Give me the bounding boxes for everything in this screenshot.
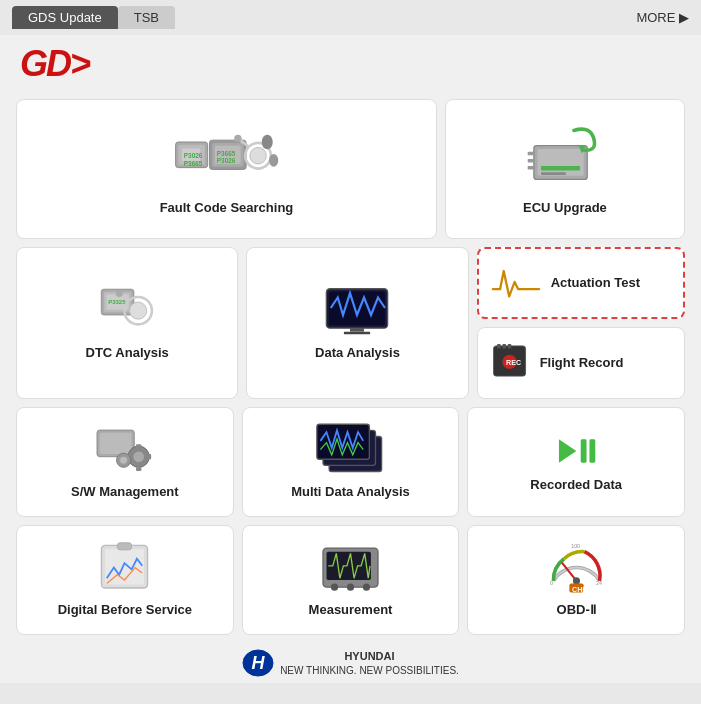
obd-card[interactable]: CHK 0 100 24 OBD-Ⅱ xyxy=(467,525,685,635)
digital-before-label: Digital Before Service xyxy=(58,602,192,619)
digital-before-card[interactable]: Digital Before Service xyxy=(16,525,234,635)
svg-point-52 xyxy=(120,457,127,464)
actuation-test-card[interactable]: Actuation Test xyxy=(477,247,685,319)
svg-rect-38 xyxy=(497,344,501,348)
recorded-data-icon-area xyxy=(474,431,678,471)
logo-area: GD> xyxy=(0,35,701,89)
data-analysis-icon xyxy=(322,284,392,339)
svg-point-67 xyxy=(363,584,370,591)
svg-point-13 xyxy=(235,134,242,141)
flight-record-icon-area: REC xyxy=(490,341,530,385)
multi-data-label: Multi Data Analysis xyxy=(291,484,410,501)
svg-rect-47 xyxy=(136,444,141,448)
svg-text:P3026: P3026 xyxy=(184,152,203,159)
svg-marker-57 xyxy=(559,439,576,462)
digital-before-icon xyxy=(92,541,157,596)
recorded-data-card[interactable]: Recorded Data xyxy=(467,407,685,517)
measurement-icon xyxy=(318,541,383,596)
right-col-1: Actuation Test REC Flight Record xyxy=(477,247,685,399)
svg-point-29 xyxy=(130,302,147,319)
top-nav: GDS Update TSB MORE ▶ xyxy=(0,0,701,35)
actuation-icon-area xyxy=(491,261,541,305)
svg-text:P3665: P3665 xyxy=(184,159,203,166)
data-analysis-label: Data Analysis xyxy=(315,345,400,362)
svg-rect-44 xyxy=(100,433,132,454)
svg-text:100: 100 xyxy=(571,543,580,549)
hyundai-tagline: HYUNDAI NEW THINKING. NEW POSSIBILITIES. xyxy=(280,649,459,676)
measurement-card[interactable]: Measurement xyxy=(242,525,460,635)
main-content: P3026 P3665 P3665 P3026 xyxy=(0,89,701,645)
gds-logo: GD> xyxy=(20,43,681,85)
svg-rect-20 xyxy=(528,151,534,155)
obd-icon-area: CHK 0 100 24 xyxy=(474,541,678,596)
svg-text:0: 0 xyxy=(550,580,553,586)
dtc-icon: P3325 xyxy=(97,284,157,339)
svg-rect-22 xyxy=(528,166,534,170)
svg-point-15 xyxy=(270,153,279,166)
svg-rect-35 xyxy=(344,332,370,335)
svg-rect-18 xyxy=(541,166,580,170)
sw-icon-area xyxy=(23,423,227,478)
row-3: S/W Management Multi Data Analysis xyxy=(16,407,685,517)
more-button[interactable]: MORE ▶ xyxy=(636,10,689,25)
svg-text:P3325: P3325 xyxy=(108,299,126,305)
svg-text:H: H xyxy=(252,653,266,673)
svg-rect-40 xyxy=(507,344,511,348)
sw-management-label: S/W Management xyxy=(71,484,179,501)
flight-record-card[interactable]: REC Flight Record xyxy=(477,327,685,399)
svg-point-14 xyxy=(262,134,273,149)
svg-rect-50 xyxy=(148,454,152,459)
svg-point-11 xyxy=(250,147,267,164)
multi-data-icon xyxy=(316,423,386,478)
svg-rect-62 xyxy=(118,543,132,550)
sw-icon xyxy=(92,423,157,478)
svg-rect-19 xyxy=(541,172,566,175)
row-4: Digital Before Service Measurement xyxy=(16,525,685,635)
obd-icon: CHK 0 100 24 xyxy=(544,541,609,596)
hyundai-h-logo: H xyxy=(242,649,274,677)
ecu-upgrade-card[interactable]: ECU Upgrade xyxy=(445,99,685,239)
recorded-data-label: Recorded Data xyxy=(530,477,622,494)
ecu-upgrade-icon-area xyxy=(452,122,678,194)
dtc-analysis-card[interactable]: P3325 DTC Analysis xyxy=(16,247,238,399)
multi-data-card[interactable]: Multi Data Analysis xyxy=(242,407,460,517)
tab-gds-update[interactable]: GDS Update xyxy=(12,6,118,29)
measurement-icon-area xyxy=(249,541,453,596)
svg-point-65 xyxy=(331,584,338,591)
digital-before-icon-area xyxy=(23,541,227,596)
dtc-label: DTC Analysis xyxy=(86,345,169,362)
sw-management-card[interactable]: S/W Management xyxy=(16,407,234,517)
svg-rect-21 xyxy=(528,158,534,162)
svg-text:CHK: CHK xyxy=(572,586,588,594)
svg-point-46 xyxy=(134,451,145,462)
svg-text:P3026: P3026 xyxy=(217,157,236,164)
svg-rect-34 xyxy=(350,328,364,332)
svg-rect-58 xyxy=(581,439,587,462)
svg-rect-39 xyxy=(502,344,506,348)
flight-record-label: Flight Record xyxy=(540,355,624,372)
svg-text:REC: REC xyxy=(506,359,521,367)
flight-record-icon: REC xyxy=(490,341,530,381)
dtc-icon-area: P3325 xyxy=(23,284,231,339)
svg-point-69 xyxy=(573,577,580,584)
measurement-label: Measurement xyxy=(309,602,393,619)
tab-group: GDS Update TSB xyxy=(12,6,175,29)
tab-tsb[interactable]: TSB xyxy=(118,6,175,29)
hyundai-logo-area: H HYUNDAI NEW THINKING. NEW POSSIBILITIE… xyxy=(0,649,701,677)
obd-label: OBD-Ⅱ xyxy=(557,602,596,619)
svg-point-31 xyxy=(116,290,123,297)
data-analysis-card[interactable]: Data Analysis xyxy=(246,247,468,399)
svg-rect-59 xyxy=(590,439,596,462)
data-analysis-icon-area xyxy=(253,284,461,339)
row-2: P3325 DTC Analysis xyxy=(16,247,685,399)
fault-code-label: Fault Code Searching xyxy=(160,200,294,217)
svg-rect-48 xyxy=(136,467,141,471)
fault-code-card[interactable]: P3026 P3665 P3665 P3026 xyxy=(16,99,437,239)
svg-point-66 xyxy=(347,584,354,591)
svg-text:P3665: P3665 xyxy=(217,149,236,156)
svg-rect-17 xyxy=(537,149,583,176)
fault-code-icon-area: P3026 P3665 P3665 P3026 xyxy=(23,122,430,194)
ecu-upgrade-label: ECU Upgrade xyxy=(523,200,607,217)
actuation-label: Actuation Test xyxy=(551,275,640,292)
footer: H HYUNDAI NEW THINKING. NEW POSSIBILITIE… xyxy=(0,645,701,683)
